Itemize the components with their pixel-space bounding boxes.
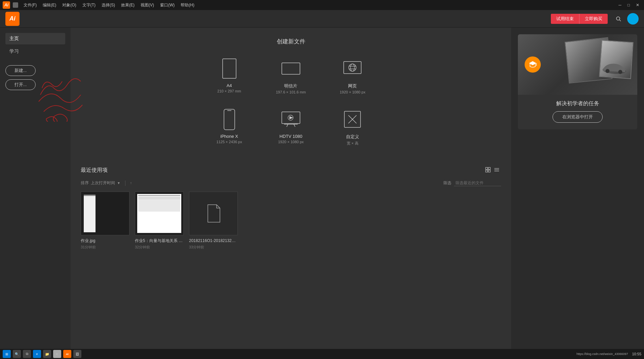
custom-icon-svg <box>342 109 363 129</box>
menu-view[interactable]: 视图(V) <box>138 2 157 9</box>
buy-button[interactable]: 立即购买 <box>579 14 608 24</box>
open-button[interactable]: 打开... <box>5 79 36 90</box>
menu-object[interactable]: 对象(O) <box>60 2 79 9</box>
file-time-1: 31分钟前 <box>81 245 129 250</box>
file-time-2: 32分钟前 <box>135 245 184 250</box>
promo-badge <box>525 56 541 73</box>
file-card-3[interactable]: 20182116O1-2018213267-萨达... 33分钟前 <box>189 192 238 250</box>
svg-rect-20 <box>486 167 488 169</box>
trial-button[interactable]: 试用结束 <box>551 14 579 24</box>
template-a4-name: A4 <box>227 83 232 88</box>
taskbar-task-view[interactable]: ⧉ <box>23 350 31 358</box>
recent-header: 最近使用项 <box>81 166 501 174</box>
titlebar-logo: Ai <box>3 1 10 9</box>
grid-icon <box>485 167 491 172</box>
menu-edit[interactable]: 编辑(E) <box>40 2 59 9</box>
menu-file[interactable]: 文件(F) <box>21 2 39 9</box>
svg-rect-23 <box>488 170 490 172</box>
sidebar-item-learn[interactable]: 学习 <box>5 46 65 57</box>
taskbar-right: https://blog.csdn.net/weixin_43066097 10… <box>576 352 641 356</box>
template-web[interactable]: 网页 1920 × 1080 px <box>327 53 378 97</box>
sidebar: 主页 学习 新建... 打开... <box>0 28 71 349</box>
sort-arrow-down[interactable]: ▼ <box>117 181 120 185</box>
template-postcard-name: 明信片 <box>284 83 297 89</box>
template-postcard-icon <box>281 57 301 80</box>
web-icon-svg <box>342 59 363 78</box>
file-card-1[interactable]: 作业.jpg 31分钟前 <box>81 192 129 250</box>
recent-controls: 排序 上次打开时间 ▼ ↑ 筛选 <box>81 180 501 186</box>
user-avatar[interactable] <box>627 13 639 25</box>
menu-bar: 文件(F) 编辑(E) 对象(O) 文字(T) 选择(S) 效果(E) 视图(V… <box>21 2 616 9</box>
grid-view-button[interactable] <box>484 166 492 174</box>
sort-value[interactable]: 上次打开时间 <box>91 180 115 186</box>
recent-title: 最近使用项 <box>81 167 282 174</box>
template-custom-icon <box>342 108 363 131</box>
appbar: Ai 试用结束立即购买 <box>0 10 644 28</box>
sort-row: 排序 上次打开时间 ▼ ↑ <box>81 180 132 186</box>
template-grid: A4 210 × 297 mm 明信片 197.6 × 101.6 mm <box>203 53 378 149</box>
svg-point-0 <box>616 17 620 20</box>
template-iphone-icon <box>219 108 239 131</box>
window-controls[interactable]: ─ □ ✕ <box>616 3 641 7</box>
svg-rect-21 <box>488 167 490 169</box>
new-file-section: 创建新文件 A4 210 × 297 mm <box>71 28 511 159</box>
filter-row: 筛选 <box>443 180 501 186</box>
file-name-2: 作业5：向量与基地关系 - J... <box>135 238 184 244</box>
svg-point-5 <box>349 64 356 71</box>
taskbar-file-explorer[interactable]: 📁 <box>43 350 51 358</box>
file-grid: 作业.jpg 31分钟前 <box>81 192 501 250</box>
template-iphone[interactable]: iPhone X 1125 × 2436 px <box>203 104 255 149</box>
template-hdtv[interactable]: HDTV 1080 1920 × 1080 px <box>265 104 316 149</box>
taskbar-search[interactable]: 🔍 <box>13 350 21 358</box>
template-postcard[interactable]: 明信片 197.6 × 101.6 mm <box>265 53 316 97</box>
new-file-title: 创建新文件 <box>84 38 498 45</box>
template-iphone-name: iPhone X <box>220 134 238 139</box>
start-button[interactable]: ⊞ <box>3 350 11 358</box>
menu-text[interactable]: 文字(T) <box>80 2 98 9</box>
file-card-2[interactable]: 作业5：向量与基地关系 - J... 32分钟前 <box>135 192 184 250</box>
car-shape <box>600 58 630 77</box>
template-custom[interactable]: 自定义 宽 × 高 <box>327 104 378 149</box>
template-web-name: 网页 <box>348 83 357 89</box>
taskbar-chrome[interactable]: C <box>53 350 61 358</box>
close-btn[interactable]: ✕ <box>634 3 641 7</box>
svg-line-15 <box>287 124 288 127</box>
menu-select[interactable]: 选择(S) <box>99 2 118 9</box>
list-view-button[interactable] <box>492 166 501 174</box>
file-name-1: 作业.jpg <box>81 238 129 244</box>
promo-card: 解决初学者的任务 在浏览器中打开 <box>518 34 637 129</box>
filter-input[interactable] <box>454 180 501 186</box>
promo-title: 解决初学者的任务 <box>525 100 631 107</box>
sort-arrow-up[interactable]: ↑ <box>130 181 132 185</box>
taskbar-illustrator[interactable]: Ai <box>63 350 71 358</box>
blank-doc-icon <box>205 203 222 224</box>
sidebar-nav: 主页 学习 <box>0 33 71 57</box>
right-panel: 解决初学者的任务 在浏览器中打开 <box>511 28 644 349</box>
file-icon <box>13 2 18 8</box>
taskbar-photos[interactable]: 🖼 <box>73 350 81 358</box>
menu-effect[interactable]: 效果(E) <box>118 2 137 9</box>
template-hdtv-size: 1920 × 1080 px <box>278 140 304 144</box>
template-a4[interactable]: A4 210 × 297 mm <box>203 53 255 97</box>
menu-window[interactable]: 窗口(W) <box>157 2 177 9</box>
sort-divider <box>125 181 125 186</box>
minimize-btn[interactable]: ─ <box>616 3 623 7</box>
sidebar-item-home[interactable]: 主页 <box>5 33 65 44</box>
svg-point-6 <box>350 64 354 71</box>
content-area: 创建新文件 A4 210 × 297 mm <box>71 28 511 349</box>
iphone-icon-svg <box>223 109 236 130</box>
taskbar-url: https://blog.csdn.net/weixin_43066097 <box>576 352 628 356</box>
graduate-icon <box>528 60 537 69</box>
maximize-btn[interactable]: □ <box>626 3 632 7</box>
svg-line-16 <box>294 124 295 127</box>
search-button[interactable] <box>613 13 624 24</box>
app-logo: Ai <box>5 12 20 26</box>
template-custom-size: 宽 × 高 <box>347 141 358 146</box>
file-thumb-1 <box>81 192 129 235</box>
new-button[interactable]: 新建... <box>5 65 36 76</box>
trial-area: 试用结束立即购买 <box>551 14 613 24</box>
template-a4-size: 210 × 297 mm <box>217 89 241 93</box>
menu-help[interactable]: 帮助(H) <box>178 2 197 9</box>
taskbar-edge[interactable]: e <box>33 350 41 358</box>
open-in-browser-button[interactable]: 在浏览器中打开 <box>553 111 603 123</box>
